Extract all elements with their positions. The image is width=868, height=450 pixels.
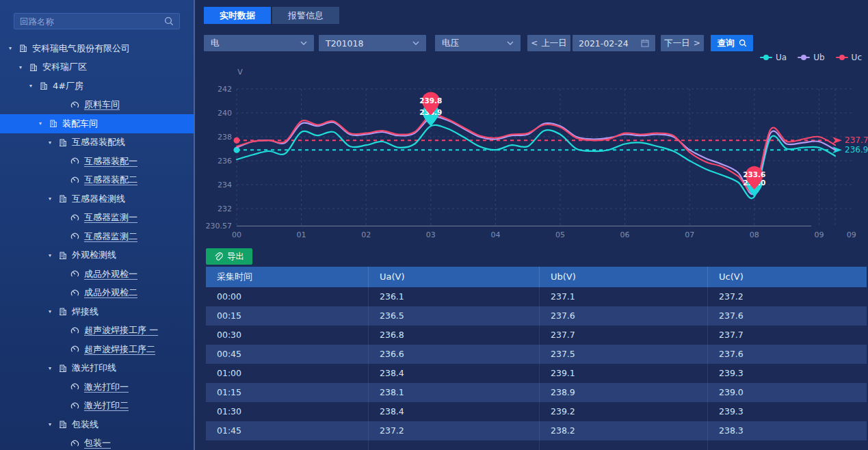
building-icon: [58, 364, 67, 373]
legend-label: Ub: [813, 53, 824, 62]
legend-item-ua[interactable]: Ua: [760, 53, 787, 62]
expand-arrow-icon[interactable]: ▾: [9, 45, 18, 51]
table-row: 01:15238.1238.9239.0: [206, 383, 867, 402]
y-tick-label: 242: [218, 85, 232, 94]
tree-item[interactable]: ▾安科瑞厂区: [0, 58, 195, 77]
device-select[interactable]: T201018: [319, 35, 426, 51]
legend-item-ub[interactable]: Ub: [798, 53, 824, 62]
ua-average-line: 236.9: [234, 145, 868, 155]
tree-item[interactable]: 互感器装配一: [0, 152, 195, 171]
search-icon: [739, 39, 747, 47]
tree-item[interactable]: 成品外观检一: [0, 265, 195, 284]
column-header: Uc(V): [708, 267, 867, 287]
expand-arrow-icon[interactable]: ▾: [39, 120, 49, 127]
tree-item[interactable]: ▾互感器装配线: [0, 133, 195, 153]
gauge-icon: [70, 289, 79, 297]
tree-item[interactable]: 原料车间: [0, 96, 195, 115]
x-tick-label: 00: [232, 230, 241, 239]
x-tick-label: 02: [361, 230, 371, 239]
chart-legend: UaUbUc: [760, 53, 862, 62]
tree-item[interactable]: 包装一: [0, 434, 195, 450]
device-value: T201018: [326, 38, 363, 49]
tree-item-label: 互感器监测一: [84, 211, 137, 224]
expand-arrow-icon[interactable]: ▾: [49, 140, 58, 146]
tree-item[interactable]: ▾外观检测线: [0, 246, 195, 265]
next-day-button[interactable]: 下一日 >: [661, 35, 704, 51]
x-tick-label: 06: [620, 230, 630, 239]
tree-item-label: 外观检测线: [72, 249, 116, 261]
y-tick-label: 238: [218, 133, 232, 142]
tree-item-label: 安科瑞厂区: [42, 61, 87, 73]
tree-item[interactable]: ▾互感器检测线: [0, 189, 195, 209]
voltage-line-chart: V242240238236234232230.57000102030405060…: [196, 65, 868, 244]
table-cell: [369, 440, 540, 450]
tree-item[interactable]: 激光打印二: [0, 397, 195, 416]
gauge-icon: [70, 345, 79, 354]
table-row: [206, 440, 867, 450]
table-cell: 239.1: [540, 364, 708, 383]
expand-arrow-icon[interactable]: ▾: [49, 308, 58, 315]
x-tick-label: 08: [750, 230, 759, 239]
energy-type-select[interactable]: 电: [204, 35, 314, 51]
search-icon[interactable]: [164, 16, 174, 26]
expand-arrow-icon[interactable]: ▾: [49, 365, 58, 371]
tree-item-label: 互感器检测线: [72, 193, 125, 205]
gauge-icon: [70, 401, 79, 410]
date-input[interactable]: 2021-02-24: [573, 35, 655, 51]
expand-arrow-icon[interactable]: ▾: [49, 421, 58, 427]
table-cell: 00:15: [206, 306, 369, 326]
tree-item-label: 安科瑞电气股份有限公司: [32, 42, 130, 55]
table-cell: 00:30: [206, 326, 369, 345]
tree-item-label: 成品外观检一: [84, 268, 137, 280]
expand-arrow-icon[interactable]: ▾: [19, 64, 29, 70]
building-icon: [29, 63, 38, 72]
table-cell: 239.3: [708, 364, 867, 383]
tree-item-label: 超声波焊接工序 一: [84, 324, 158, 336]
gauge-icon: [70, 157, 79, 166]
search-input[interactable]: [14, 16, 164, 27]
table-cell: 238.1: [369, 383, 540, 402]
gauge-icon: [70, 232, 79, 241]
metric-select[interactable]: 电压: [435, 35, 521, 51]
device-tree: ▾安科瑞电气股份有限公司▾安科瑞厂区▾4#厂房原料车间▾装配车间▾互感器装配线互…: [0, 39, 195, 450]
building-icon: [58, 307, 67, 316]
table-cell: [708, 440, 867, 450]
tree-item[interactable]: ▾包装线: [0, 415, 195, 434]
table-row: 00:30236.8237.7237.7: [206, 326, 867, 345]
legend-label: Ua: [776, 53, 787, 62]
table-cell: 237.5: [540, 345, 708, 364]
export-button[interactable]: 导出: [206, 248, 252, 265]
legend-item-uc[interactable]: Uc: [836, 53, 862, 62]
prev-day-button[interactable]: < 上一日: [527, 35, 570, 51]
tree-item[interactable]: 成品外观检二: [0, 284, 195, 303]
tree-item[interactable]: 超声波焊接工序 一: [0, 321, 195, 341]
gauge-icon: [70, 326, 79, 335]
y-tick-label: 230.57: [206, 222, 233, 230]
legend-marker: [836, 55, 848, 60]
expand-arrow-icon[interactable]: ▾: [29, 83, 39, 89]
gauge-icon: [70, 176, 79, 185]
circuit-search-box[interactable]: [14, 13, 180, 29]
tree-item[interactable]: ▾激光打印线: [0, 359, 195, 378]
query-button[interactable]: 查询: [711, 35, 753, 51]
tab-realtime-data[interactable]: 实时数据: [204, 7, 271, 24]
tree-item[interactable]: ▾4#厂房: [0, 77, 195, 96]
tree-item[interactable]: 激光打印一: [0, 378, 195, 397]
table-cell: 237.6: [708, 306, 867, 326]
tree-item[interactable]: ▾焊接线: [0, 302, 195, 321]
tab-alarm-info[interactable]: 报警信息: [272, 7, 339, 24]
tree-item[interactable]: 超声波焊接工序二: [0, 340, 195, 359]
sidebar: ▾安科瑞电气股份有限公司▾安科瑞厂区▾4#厂房原料车间▾装配车间▾互感器装配线互…: [0, 0, 195, 450]
ua-line: [237, 125, 835, 198]
expand-arrow-icon[interactable]: ▾: [49, 252, 58, 259]
tree-item[interactable]: 互感器装配二: [0, 171, 195, 190]
table-header-row: 采集时间Ua(V)Ub(V)Uc(V): [206, 267, 867, 287]
table-cell: 238.2: [540, 421, 708, 440]
expand-arrow-icon[interactable]: ▾: [49, 196, 58, 202]
tree-item[interactable]: ▾装配车间: [0, 114, 195, 133]
paperclip-icon: [214, 252, 223, 261]
table-cell: 238.4: [369, 402, 540, 421]
tree-item[interactable]: 互感器监测二: [0, 227, 195, 246]
tree-item[interactable]: 互感器监测一: [0, 209, 195, 228]
tree-item[interactable]: ▾安科瑞电气股份有限公司: [0, 39, 195, 58]
